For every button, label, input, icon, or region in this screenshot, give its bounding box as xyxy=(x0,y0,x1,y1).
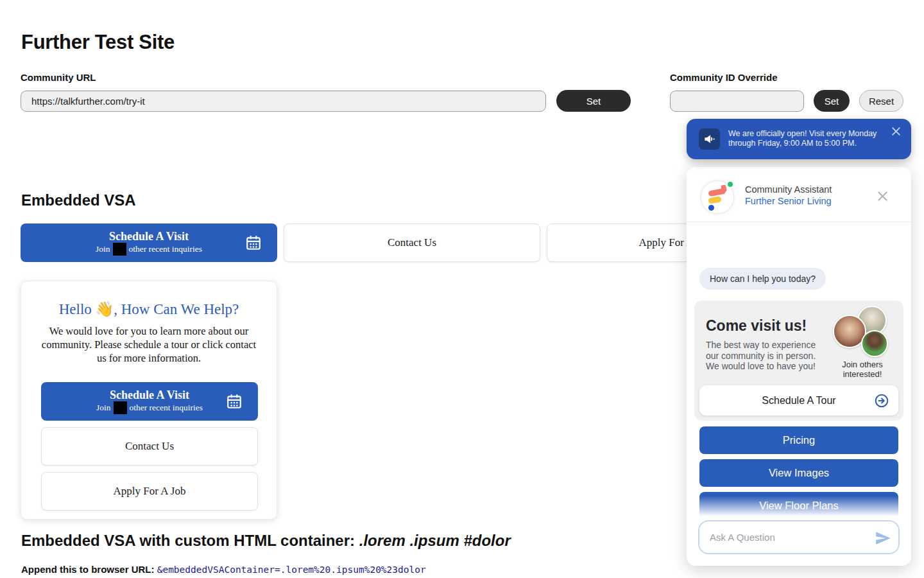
pricing-button[interactable]: Pricing xyxy=(699,426,898,454)
interested-caption: Join others interested! xyxy=(825,360,900,379)
community-url-input[interactable] xyxy=(21,91,546,112)
card-apply-job-button[interactable]: Apply For A Job xyxy=(41,472,258,511)
community-url-set-button[interactable]: Set xyxy=(556,90,631,112)
vsa-help-card: Hello 👋, How Can We Help? We would love … xyxy=(21,281,277,520)
ask-question-input[interactable] xyxy=(710,521,864,553)
custom-container-selector: .lorem .ipsum #dolor xyxy=(359,532,511,549)
send-icon[interactable] xyxy=(874,529,892,547)
card-schedule-visit-label: Schedule A Visit xyxy=(110,389,189,401)
view-images-button[interactable]: View Images xyxy=(699,459,898,487)
card-contact-us-button[interactable]: Contact Us xyxy=(41,427,258,466)
embedded-vsa-heading: Embedded VSA xyxy=(21,191,136,209)
announcement-text: We are officially open! Visit every Mond… xyxy=(728,129,886,148)
visit-card-body: The best way to experience our community… xyxy=(706,340,823,372)
help-card-heading: Hello 👋, How Can We Help? xyxy=(21,301,277,318)
card-schedule-visit-button[interactable]: Schedule A Visit Joinother recent inquir… xyxy=(41,382,258,421)
visit-card-heading: Come visit us! xyxy=(706,317,807,335)
custom-container-heading: Embedded VSA with custom HTML container:… xyxy=(21,532,511,550)
schedule-tour-button[interactable]: Schedule A Tour xyxy=(699,385,898,416)
chat-header: Community Assistant Further Senior Livin… xyxy=(687,167,911,222)
banner-close-icon[interactable] xyxy=(891,127,901,136)
view-floor-plans-button[interactable]: View Floor Plans xyxy=(699,492,898,520)
redacted-count xyxy=(114,401,127,414)
assistant-title: Community Assistant xyxy=(745,184,832,195)
question-input-box xyxy=(698,520,900,554)
contact-us-button[interactable]: Contact Us xyxy=(284,223,540,262)
community-link[interactable]: Further Senior Living xyxy=(745,196,832,206)
schedule-tour-label: Schedule A Tour xyxy=(762,395,835,406)
community-url-label: Community URL xyxy=(21,72,631,83)
come-visit-card: Come visit us! The best way to experienc… xyxy=(694,301,903,421)
schedule-visit-label: Schedule A Visit xyxy=(109,230,189,243)
assistant-avatar xyxy=(701,181,733,213)
append-url-code: &embeddedVSAContainer=.lorem%20.ipsum%20… xyxy=(157,565,426,575)
schedule-visit-subtext: Joinother recent inquiries xyxy=(96,243,202,256)
online-status-dot xyxy=(726,180,734,188)
community-id-set-button[interactable]: Set xyxy=(814,90,850,112)
card-contact-us-label: Contact Us xyxy=(125,440,174,453)
community-id-label: Community ID Override xyxy=(670,72,903,83)
arrow-circle-icon xyxy=(875,394,889,408)
community-id-reset-button[interactable]: Reset xyxy=(859,90,903,112)
card-apply-job-label: Apply For A Job xyxy=(114,485,186,498)
schedule-visit-button[interactable]: Schedule A Visit Joinother recent inquir… xyxy=(21,223,277,262)
community-id-input[interactable] xyxy=(670,91,804,112)
redacted-count xyxy=(113,243,126,256)
chat-close-icon[interactable] xyxy=(877,191,888,202)
page-title: Further Test Site xyxy=(21,31,175,54)
calendar-icon xyxy=(226,393,243,412)
megaphone-icon xyxy=(699,128,720,150)
announcement-banner: We are officially open! Visit every Mond… xyxy=(687,119,911,159)
card-schedule-visit-subtext: Joinother recent inquiries xyxy=(96,401,203,414)
community-url-group: Community URL Set xyxy=(21,72,631,112)
interested-avatars xyxy=(833,306,892,358)
avatar xyxy=(861,330,888,357)
chat-widget-panel: Community Assistant Further Senior Livin… xyxy=(687,167,911,566)
community-id-group: Community ID Override Set Reset xyxy=(670,72,903,112)
calendar-icon xyxy=(245,234,262,254)
help-card-buttons: Schedule A Visit Joinother recent inquir… xyxy=(41,382,258,511)
contact-us-label: Contact Us xyxy=(388,236,436,249)
append-url-line: Append this to browser URL: &embeddedVSA… xyxy=(21,564,426,575)
assistant-message-bubble: How can I help you today? xyxy=(699,268,826,290)
help-card-body: We would love for you to learn more abou… xyxy=(39,324,259,365)
vsa-button-row: Schedule A Visit Joinother recent inquir… xyxy=(21,223,803,262)
